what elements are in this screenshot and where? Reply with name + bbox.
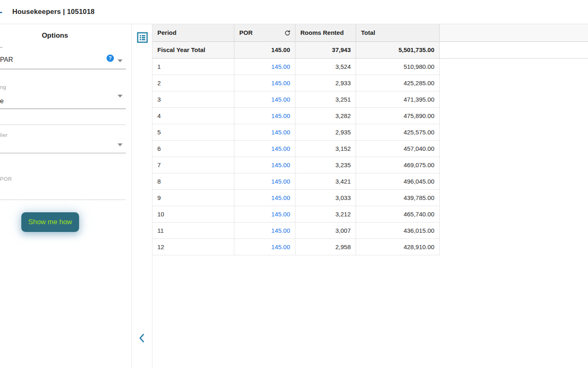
multiplier-field-label: lier [0, 132, 8, 138]
rooms-rented-cell: 2,933 [295, 75, 356, 91]
table-row: 7 145.00 3,235 469,075.00 [152, 157, 440, 173]
fiscal-total-amount: 5,501,735.00 [356, 42, 440, 59]
total-cell: 465,740.00 [356, 206, 440, 223]
total-cell: 475,890.00 [356, 108, 440, 124]
field-underline [0, 109, 126, 109]
rooms-rented-cell: 3,152 [295, 141, 356, 157]
total-cell: 469,075.00 [356, 157, 440, 173]
period-cell: 6 [152, 141, 234, 157]
options-heading: Options [0, 32, 110, 40]
rooms-rented-cell: 3,251 [295, 91, 356, 108]
period-cell: 11 [152, 223, 234, 239]
rooms-rented-cell: 3,421 [295, 173, 356, 190]
table-row: 5 145.00 2,935 425,575.00 [152, 124, 440, 141]
period-cell: 10 [152, 206, 234, 223]
period-cell: 1 [152, 59, 234, 75]
column-header-period[interactable]: Period [152, 24, 234, 42]
empty-field-underline [0, 125, 126, 125]
por-cell[interactable]: 145.00 [234, 206, 295, 223]
por-field-label: POR [0, 176, 12, 182]
rooms-rented-cell: 3,524 [295, 59, 356, 75]
field-underline [0, 153, 126, 153]
period-cell: 3 [152, 91, 234, 108]
table-body: 1 145.00 3,524 510,980.00 2 145.00 2,933… [152, 59, 588, 255]
por-cell[interactable]: 145.00 [234, 108, 295, 124]
page-title: Housekeepers | 1051018 [12, 0, 95, 24]
table-row: 2 145.00 2,933 425,285.00 [152, 75, 440, 91]
table-row: 6 145.00 3,152 457,040.00 [152, 141, 440, 157]
chevron-down-icon[interactable] [118, 59, 123, 62]
top-bar: Housekeepers | 1051018 [0, 0, 588, 24]
table-tool-strip [132, 24, 152, 368]
column-header-total[interactable]: Total [356, 24, 440, 42]
por-cell[interactable]: 145.00 [234, 173, 295, 190]
table-row: 3 145.00 3,251 471,395.00 [152, 91, 440, 108]
header-filler-cell [440, 24, 588, 42]
total-cell: 425,575.00 [356, 124, 440, 141]
period-cell: 5 [152, 124, 234, 141]
total-cell: 428,910.00 [356, 239, 440, 255]
total-cell: 457,040.00 [356, 141, 440, 157]
por-cell[interactable]: 145.00 [234, 157, 295, 173]
period-cell: 9 [152, 190, 234, 206]
total-cell: 425,285.00 [356, 75, 440, 91]
table-row: 1 145.00 3,524 510,980.00 [152, 59, 440, 75]
table-row: 8 145.00 3,421 496,045.00 [152, 173, 440, 190]
period-cell: 12 [152, 239, 234, 255]
table-row: 11 145.00 3,007 436,015.00 [152, 223, 440, 239]
help-icon[interactable]: ? [107, 55, 114, 62]
list-view-icon[interactable] [137, 32, 148, 43]
fiscal-total-label: Fiscal Year Total [152, 42, 234, 59]
par-select-value[interactable]: PAR [0, 56, 13, 64]
fiscal-total-por: 145.00 [234, 42, 295, 59]
table-row: 10 145.00 3,212 465,740.00 [152, 206, 440, 223]
period-cell: 7 [152, 157, 234, 173]
por-cell[interactable]: 145.00 [234, 124, 295, 141]
por-header-label: POR [239, 24, 253, 41]
field-underline [0, 200, 126, 200]
por-cell[interactable]: 145.00 [234, 223, 295, 239]
second-field-label: ng [0, 84, 6, 90]
periods-table: Period POR Rooms Rented Total Fiscal Yea… [152, 24, 588, 255]
rooms-rented-cell: 2,958 [295, 239, 356, 255]
table-header-row: Period POR Rooms Rented Total [152, 24, 588, 42]
second-select-value[interactable]: e [0, 98, 4, 105]
table-row: 9 145.00 3,033 439,785.00 [152, 190, 440, 206]
rooms-rented-cell: 3,282 [295, 108, 356, 124]
fiscal-year-total-row: Fiscal Year Total 145.00 37,943 5,501,73… [152, 42, 588, 59]
period-cell: 2 [152, 75, 234, 91]
chevron-down-icon[interactable] [118, 95, 123, 98]
por-cell[interactable]: 145.00 [234, 91, 295, 108]
total-cell: 471,395.00 [356, 91, 440, 108]
cutoff-label-fragment [0, 47, 2, 48]
por-cell[interactable]: 145.00 [234, 75, 295, 91]
table-row: 12 145.00 2,958 428,910.00 [152, 239, 440, 255]
rooms-rented-cell: 3,235 [295, 157, 356, 173]
show-me-how-button[interactable]: Show me how [21, 212, 79, 232]
por-cell[interactable]: 145.00 [234, 59, 295, 75]
period-cell: 4 [152, 108, 234, 124]
fiscal-total-rooms-rented: 37,943 [295, 42, 356, 59]
total-cell: 496,045.00 [356, 173, 440, 190]
rooms-rented-cell: 3,033 [295, 190, 356, 206]
column-header-rooms-rented[interactable]: Rooms Rented [295, 24, 356, 42]
rooms-rented-cell: 3,007 [295, 223, 356, 239]
rooms-rented-cell: 2,935 [295, 124, 356, 141]
rooms-rented-cell: 3,212 [295, 206, 356, 223]
fiscal-filler-cell [440, 42, 588, 59]
total-cell: 436,015.00 [356, 223, 440, 239]
total-cell: 510,980.00 [356, 59, 440, 75]
refresh-icon[interactable] [284, 30, 291, 36]
field-underline [0, 69, 126, 69]
column-header-por[interactable]: POR [234, 24, 295, 42]
total-cell: 439,785.00 [356, 190, 440, 206]
chevron-down-icon[interactable] [118, 143, 123, 146]
por-cell[interactable]: 145.00 [234, 141, 295, 157]
por-cell[interactable]: 145.00 [234, 190, 295, 206]
options-panel: Options PAR ? ng e lier POR Show me how [0, 24, 132, 368]
back-icon[interactable] [0, 12, 2, 13]
collapse-panel-chevron-left-icon[interactable] [138, 333, 145, 344]
por-cell[interactable]: 145.00 [234, 239, 295, 255]
table-row: 4 145.00 3,282 475,890.00 [152, 108, 440, 124]
period-cell: 8 [152, 173, 234, 190]
